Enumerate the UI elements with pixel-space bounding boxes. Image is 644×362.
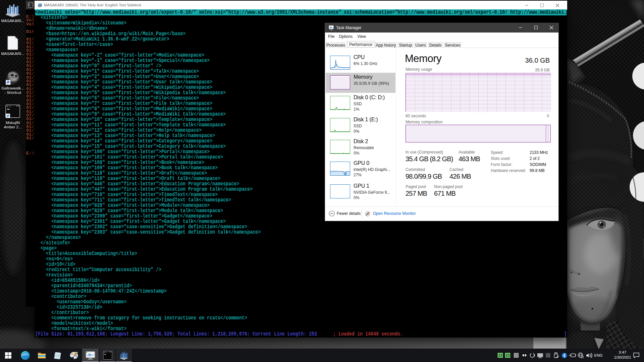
svg-text:23: 23: [505, 353, 509, 357]
svg-text:C:\: C:\: [104, 351, 107, 354]
svg-text:C:\: C:\: [7, 105, 11, 108]
svg-text:C:\.: C:\.: [29, 4, 33, 6]
svg-text:23: 23: [498, 353, 502, 357]
